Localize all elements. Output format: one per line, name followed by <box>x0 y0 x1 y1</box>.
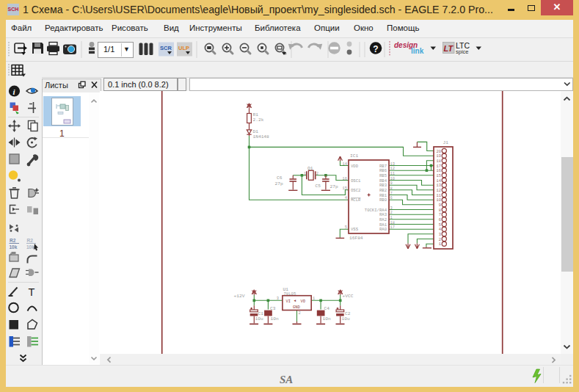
svg-text:LT: LT <box>444 44 454 53</box>
svg-text:R2: R2 <box>27 238 34 243</box>
svg-text:ULP: ULP <box>178 45 189 51</box>
svg-text:spice: spice <box>456 48 469 55</box>
svg-text:R2: R2 <box>10 238 16 243</box>
svg-text:10k: 10k <box>10 244 18 250</box>
svg-text:10k: 10k <box>26 244 34 250</box>
svg-text:link: link <box>411 47 424 55</box>
svg-text:SCR: SCR <box>160 45 172 51</box>
svg-text:?: ? <box>373 44 378 54</box>
svg-text:T: T <box>29 286 35 298</box>
